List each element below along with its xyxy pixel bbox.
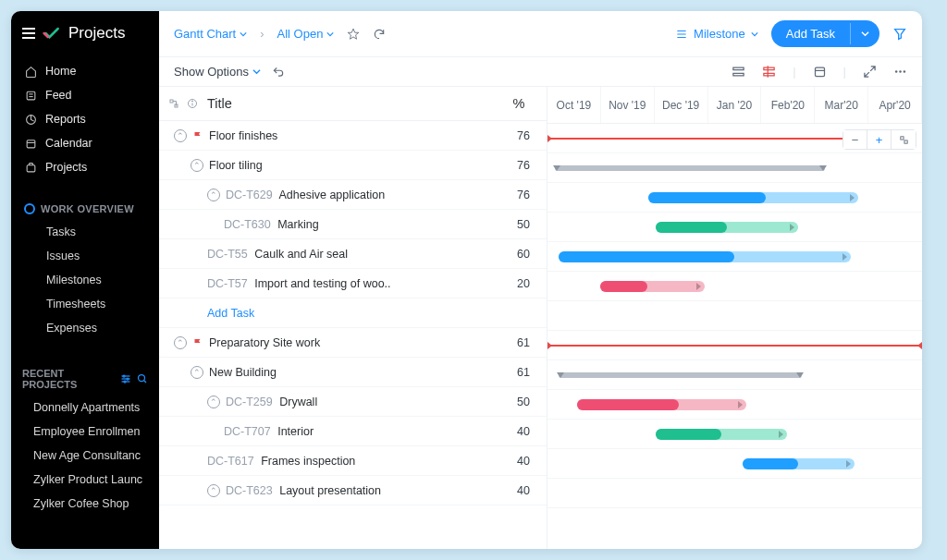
svg-point-26	[899, 70, 902, 73]
info-icon[interactable]	[187, 98, 198, 109]
task-bar[interactable]	[600, 281, 705, 292]
svg-rect-20	[764, 67, 774, 70]
work-overview-item[interactable]: Timesheets	[11, 292, 159, 316]
task-percent: 60	[508, 248, 539, 261]
task-percent: 40	[508, 484, 539, 497]
svg-rect-6	[27, 164, 35, 171]
more-icon[interactable]	[893, 65, 907, 79]
summary-bar[interactable]	[559, 372, 802, 378]
task-percent: 40	[508, 425, 539, 438]
task-progress	[743, 458, 799, 469]
recent-project-item[interactable]: New Age Consultanc	[11, 444, 159, 468]
breadcrumb-gantt-chart[interactable]: Gantt Chart	[174, 27, 247, 41]
recent-project-item[interactable]: Zylker Product Launc	[11, 468, 159, 492]
nav-home[interactable]: Home	[11, 59, 159, 83]
task-row[interactable]: DC-T55 Caulk and Air seal60	[159, 239, 547, 269]
expand-toggle[interactable]: ⌃	[207, 484, 220, 497]
task-percent: 61	[508, 336, 539, 349]
gantt-row	[547, 272, 922, 301]
star-icon[interactable]	[347, 28, 360, 41]
funnel-filter-icon[interactable]	[892, 27, 907, 42]
month-header: Dec '19	[655, 87, 708, 123]
list-icon	[675, 28, 688, 41]
work-overview-item[interactable]: Tasks	[11, 220, 159, 244]
task-row[interactable]: DC-T630 Marking50	[159, 210, 547, 239]
task-code: DC-T57	[207, 277, 248, 290]
work-overview-header: WORK OVERVIEW	[11, 192, 159, 220]
expand-toggle[interactable]: ⌃	[207, 396, 220, 408]
task-name: DC-T707 Interior	[224, 425, 508, 438]
task-progress	[656, 222, 727, 233]
fit-button[interactable]	[892, 130, 916, 149]
nav-projects[interactable]: Projects	[11, 155, 159, 179]
view-mode-2[interactable]	[762, 65, 776, 79]
expand-toggle[interactable]: ⌃	[174, 129, 187, 142]
task-percent: 61	[508, 366, 539, 379]
expand-toggle[interactable]: ⌃	[191, 159, 203, 172]
expand-toggle[interactable]: ⌃	[191, 366, 203, 379]
task-name: DC-T630 Marking	[224, 218, 508, 231]
task-row[interactable]: ⌃ Floor tiling76	[159, 151, 547, 180]
task-row[interactable]: ⌃ Floor finishes76	[159, 121, 547, 151]
summary-bar[interactable]	[555, 165, 825, 171]
task-bar[interactable]	[559, 251, 851, 262]
task-row[interactable]: DC-T707 Interior40	[159, 417, 547, 446]
nav-calendar[interactable]: Calendar	[11, 131, 159, 155]
task-name: Add Task	[207, 307, 508, 320]
task-bar[interactable]	[648, 192, 858, 203]
hierarchy-icon[interactable]	[168, 98, 179, 109]
work-overview-item[interactable]: Milestones	[11, 268, 159, 292]
task-row[interactable]: DC-T617 Frames inspection40	[159, 446, 547, 476]
filter-sliders-icon[interactable]	[120, 373, 131, 384]
task-row[interactable]: ⌃DC-T629 Adhesive application76	[159, 180, 547, 210]
recent-project-item[interactable]: Donnelly Apartments	[11, 396, 159, 420]
view-mode-1[interactable]	[732, 65, 745, 79]
nav-feed[interactable]: Feed	[11, 83, 159, 107]
refresh-icon[interactable]	[373, 28, 386, 41]
milestone-flag-icon	[192, 337, 203, 348]
gantt-row	[547, 479, 922, 508]
breadcrumb-all-open[interactable]: All Open	[277, 27, 335, 41]
expand-icon[interactable]	[863, 65, 877, 79]
task-bar[interactable]	[577, 399, 745, 410]
add-task-button[interactable]: Add Task	[771, 20, 879, 47]
recent-project-item[interactable]: Zylker Cofee Shop	[11, 492, 159, 516]
svg-point-12	[124, 381, 126, 383]
zoom-in-button[interactable]: +	[867, 130, 892, 149]
calendar-view-icon[interactable]	[813, 65, 827, 79]
feed-icon	[24, 89, 37, 102]
task-row[interactable]: ⌃DC-T259 Drywall50	[159, 387, 547, 417]
milestone-bar[interactable]	[547, 345, 922, 347]
add-task-row[interactable]: Add Task	[159, 298, 547, 328]
task-row[interactable]: ⌃DC-T623 Layout presentation40	[159, 476, 547, 505]
task-code: DC-T630	[224, 218, 271, 231]
task-row[interactable]: ⌃ Preparatory Site work61	[159, 328, 547, 358]
task-row[interactable]: DC-T57 Import and testing of woo..20	[159, 269, 547, 298]
svg-point-25	[895, 70, 898, 73]
task-row[interactable]: ⌃ New Building61	[159, 358, 547, 387]
svg-point-10	[123, 375, 125, 377]
search-icon[interactable]	[137, 373, 148, 384]
show-options-dropdown[interactable]: Show Options	[174, 65, 261, 79]
gantt-row	[547, 242, 922, 272]
gantt-row	[547, 360, 922, 390]
zoom-out-button[interactable]: −	[843, 130, 867, 149]
gantt-row	[547, 301, 922, 331]
work-overview-item[interactable]: Issues	[11, 244, 159, 268]
task-bar[interactable]	[656, 222, 798, 233]
add-task-dropdown[interactable]	[850, 23, 879, 44]
recent-project-item[interactable]: Employee Enrollmen	[11, 420, 159, 444]
nav-reports[interactable]: Reports	[11, 107, 159, 131]
svg-rect-4	[27, 140, 35, 147]
gantt-row	[547, 420, 922, 449]
task-bar[interactable]	[743, 458, 855, 469]
task-name: New Building	[209, 366, 508, 379]
month-header: Mar'20	[815, 87, 868, 123]
hamburger-menu[interactable]	[22, 28, 35, 39]
work-overview-item[interactable]: Expenses	[11, 316, 159, 340]
task-bar[interactable]	[656, 429, 787, 440]
expand-toggle[interactable]: ⌃	[207, 189, 220, 201]
milestone-dropdown[interactable]: Milestone	[675, 27, 758, 41]
expand-toggle[interactable]: ⌃	[174, 336, 187, 349]
undo-icon[interactable]	[272, 66, 285, 79]
